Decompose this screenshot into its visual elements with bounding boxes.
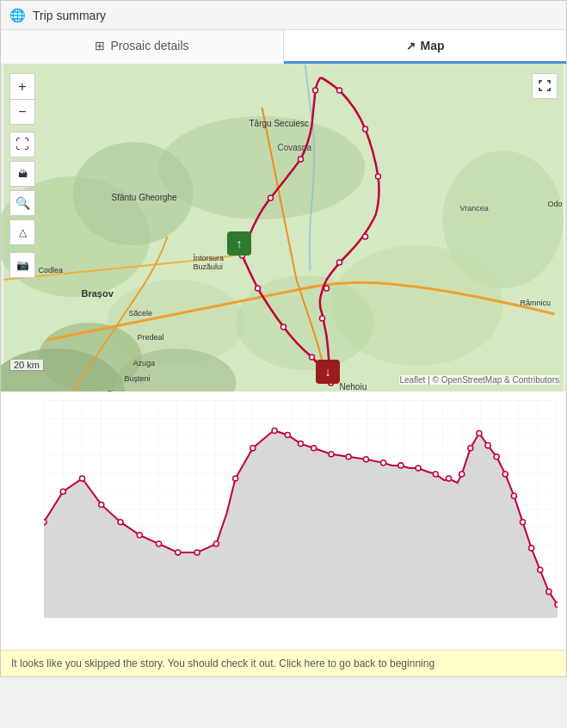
svg-text:Codlea: Codlea <box>39 266 64 275</box>
zoom-out-button[interactable]: − <box>9 99 35 125</box>
svg-point-20 <box>324 286 330 291</box>
terrain-button[interactable]: △ <box>9 219 35 245</box>
svg-text:Brașov: Brașov <box>82 288 114 299</box>
svg-point-71 <box>285 432 290 437</box>
zoom-in-button[interactable]: + <box>9 73 35 99</box>
end-marker[interactable]: ↓ <box>316 360 340 384</box>
svg-point-81 <box>446 476 451 481</box>
svg-point-67 <box>213 541 219 546</box>
tab-map[interactable]: ↗ Map <box>284 30 566 64</box>
svg-point-63 <box>137 533 142 538</box>
svg-text:Bușteni: Bușteni <box>125 374 151 383</box>
title-bar: 🌐 Trip summary <box>1 1 566 30</box>
svg-point-21 <box>320 316 325 321</box>
svg-text:Vrancea: Vrancea <box>460 204 489 213</box>
notification-text: It looks like you skipped the story. You… <box>11 657 434 669</box>
svg-point-84 <box>477 430 482 435</box>
fullscreen-button[interactable] <box>532 73 558 99</box>
svg-text:Covasna: Covasna <box>278 143 312 152</box>
elevation-chart-container: 1120 1050 980 910 840 770 700 630 560 49… <box>1 392 566 650</box>
svg-point-69 <box>250 446 256 451</box>
tab-bar: ⊞ Prosaic details ↗ Map <box>1 30 566 65</box>
svg-point-92 <box>546 589 552 595</box>
svg-point-13 <box>299 157 304 162</box>
svg-point-70 <box>272 428 277 433</box>
svg-point-73 <box>311 446 317 451</box>
svg-text:Întorsura: Întorsura <box>193 254 225 262</box>
map-container[interactable]: Târgu Secuiesc Covasna Sfântu Gheorghe B… <box>1 65 566 392</box>
map-svg: Târgu Secuiesc Covasna Sfântu Gheorghe B… <box>1 65 566 392</box>
svg-point-26 <box>310 355 315 360</box>
svg-text:Nehoiu: Nehoiu <box>340 382 367 392</box>
elevation-chart-svg: 1120 1050 980 910 840 770 700 630 560 49… <box>44 398 558 620</box>
svg-point-19 <box>337 260 342 265</box>
tab-prosaic[interactable]: ⊞ Prosaic details <box>1 30 284 64</box>
svg-point-16 <box>363 126 368 132</box>
svg-point-58 <box>44 520 46 525</box>
svg-point-78 <box>398 463 404 468</box>
svg-point-24 <box>256 286 261 291</box>
globe-icon: 🌐 <box>9 8 26 23</box>
svg-text:Sfântu Gheorghe: Sfântu Gheorghe <box>112 193 178 202</box>
svg-text:Predeal: Predeal <box>138 333 164 342</box>
svg-point-91 <box>538 567 543 572</box>
svg-point-14 <box>313 88 318 93</box>
svg-point-15 <box>337 88 342 93</box>
svg-point-77 <box>381 460 386 466</box>
svg-text:Săcele: Săcele <box>129 309 153 318</box>
svg-point-61 <box>99 502 104 507</box>
zoom-controls: + − <box>9 73 35 125</box>
fit-bounds-button[interactable]: ⛶ <box>9 132 35 157</box>
svg-text:Râmnicu: Râmnicu <box>521 299 552 307</box>
svg-point-74 <box>329 452 334 457</box>
svg-point-59 <box>60 489 65 494</box>
notification-bar[interactable]: It looks like you skipped the story. You… <box>1 650 566 676</box>
window-title: Trip summary <box>33 9 106 22</box>
svg-point-80 <box>433 472 438 477</box>
svg-text:Târgu Secuiesc: Târgu Secuiesc <box>250 119 309 128</box>
svg-text:Odo: Odo <box>548 200 563 208</box>
svg-point-87 <box>502 472 508 477</box>
svg-point-86 <box>494 454 499 460</box>
map-scale: 20 km <box>9 360 44 371</box>
svg-point-90 <box>529 546 534 551</box>
svg-point-17 <box>376 174 381 179</box>
fullscreen-icon <box>538 79 552 93</box>
start-marker[interactable]: ↑ <box>227 231 251 256</box>
svg-point-64 <box>157 541 162 546</box>
svg-point-62 <box>118 520 123 525</box>
prosaic-tab-icon: ⊞ <box>95 39 105 52</box>
photo-button[interactable]: 📷 <box>9 252 35 278</box>
svg-point-18 <box>363 234 368 239</box>
map-tab-icon: ↗ <box>406 40 416 52</box>
map-tab-label: Map <box>421 39 445 52</box>
svg-point-66 <box>194 550 200 555</box>
search-button[interactable]: 🔍 <box>9 190 35 216</box>
svg-point-83 <box>468 446 473 451</box>
svg-text:Buzăului: Buzăului <box>194 262 224 271</box>
map-attribution: Leaflet | © OpenStreetMap & Contributors <box>399 375 559 385</box>
svg-point-79 <box>416 466 421 471</box>
map-controls: + − ⛶ 🏔 🔍 △ 📷 <box>9 73 35 281</box>
svg-point-68 <box>233 476 238 481</box>
svg-point-25 <box>281 324 287 330</box>
svg-point-72 <box>298 441 303 447</box>
layer-button[interactable]: 🏔 <box>9 161 35 187</box>
svg-point-76 <box>363 457 368 462</box>
trip-summary-window: 🌐 Trip summary ⊞ Prosaic details ↗ Map <box>0 0 567 677</box>
prosaic-tab-label: Prosaic details <box>110 39 188 52</box>
svg-point-85 <box>485 443 490 448</box>
svg-point-93 <box>555 602 558 608</box>
svg-point-88 <box>511 493 516 498</box>
svg-point-12 <box>268 195 274 201</box>
svg-point-75 <box>346 454 351 460</box>
svg-point-82 <box>459 472 465 477</box>
svg-text:Azuga: Azuga <box>133 359 156 367</box>
svg-point-89 <box>520 520 525 525</box>
svg-point-60 <box>79 476 84 481</box>
svg-point-65 <box>176 550 181 555</box>
